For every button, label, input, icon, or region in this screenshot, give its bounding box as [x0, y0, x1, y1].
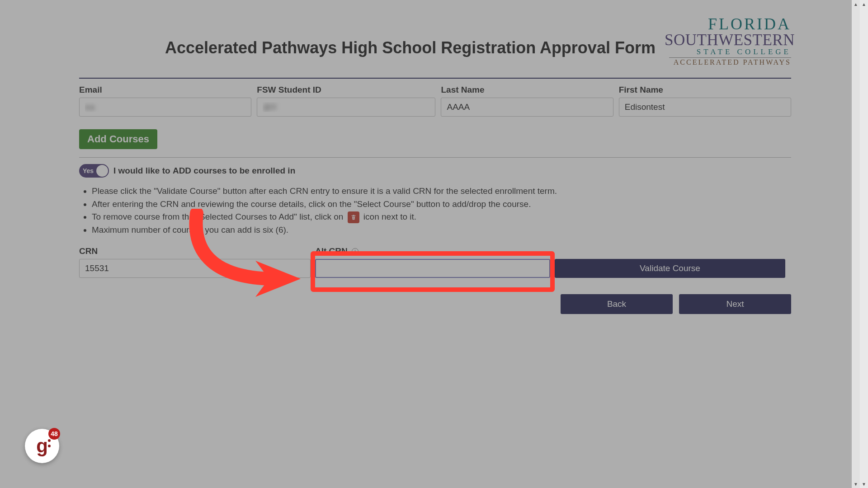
- fab-badge: 48: [48, 428, 60, 440]
- scroll-up-icon[interactable]: ▲: [852, 0, 860, 8]
- instructions-list: Please click the "Validate Course" butto…: [92, 185, 791, 236]
- fsw-logo: FLORIDA SOUTHWESTERN STATE COLLEGE ACCEL…: [665, 16, 791, 66]
- instruction-4: Maximum number of courses you can add is…: [92, 224, 791, 237]
- instruction-2: After entering the CRN and reviewing the…: [92, 198, 791, 211]
- outer-scrollbar[interactable]: ▲ ▼: [860, 0, 868, 488]
- lastname-label: Last Name: [441, 85, 613, 95]
- fswid-field[interactable]: [257, 98, 435, 117]
- next-button[interactable]: Next: [679, 294, 791, 314]
- add-courses-toggle[interactable]: Yes: [79, 164, 109, 178]
- crn-label: CRN: [79, 246, 311, 256]
- logo-line2: SOUTHWESTERN: [665, 32, 791, 48]
- info-icon[interactable]: i: [352, 248, 359, 255]
- fab-glyph: g: [36, 436, 48, 455]
- fswid-label: FSW Student ID: [257, 85, 435, 95]
- scroll-down-icon[interactable]: ▼: [860, 480, 868, 488]
- firstname-label: First Name: [619, 85, 791, 95]
- logo-line3: STATE COLLEGE: [665, 48, 791, 56]
- trash-icon: [348, 211, 359, 223]
- toggle-knob: [96, 165, 108, 177]
- lastname-field[interactable]: [441, 98, 613, 117]
- altcrn-field[interactable]: [315, 259, 550, 278]
- app-fab[interactable]: g 48: [25, 429, 59, 463]
- logo-line1: FLORIDA: [665, 16, 791, 32]
- email-label: Email: [79, 85, 251, 95]
- scroll-down-icon[interactable]: ▼: [852, 480, 860, 488]
- logo-line4: ACCELERATED PATHWAYS: [665, 59, 791, 66]
- firstname-field[interactable]: [619, 98, 791, 117]
- inner-scrollbar[interactable]: ▲ ▼: [852, 0, 860, 488]
- instruction-3: To remove course from the "Selected Cour…: [92, 211, 791, 224]
- toggle-yes-label: Yes: [83, 167, 94, 174]
- scroll-up-icon[interactable]: ▲: [860, 0, 868, 8]
- email-field[interactable]: [79, 98, 251, 117]
- validate-button[interactable]: Validate Course: [555, 259, 785, 278]
- back-button[interactable]: Back: [561, 294, 673, 314]
- add-courses-heading: Add Courses: [79, 129, 157, 149]
- toggle-description: I would like to ADD courses to be enroll…: [113, 166, 295, 176]
- altcrn-label: Alt CRN i: [315, 246, 550, 256]
- divider-mid: [79, 157, 791, 158]
- page-title: Accelerated Pathways High School Registr…: [165, 38, 656, 57]
- divider-top: [79, 78, 791, 79]
- instruction-1: Please click the "Validate Course" butto…: [92, 185, 791, 198]
- crn-field[interactable]: [79, 259, 311, 278]
